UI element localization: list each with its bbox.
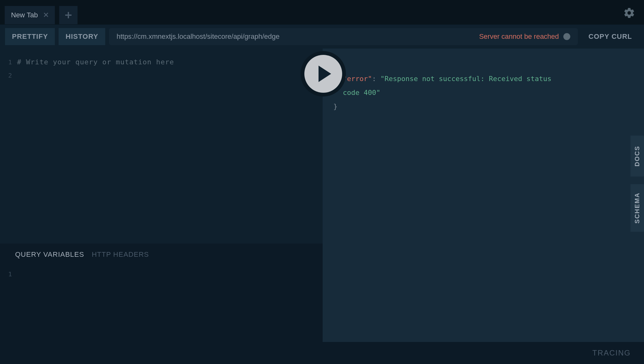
endpoint-input[interactable]: [117, 32, 479, 41]
response-colon: :: [372, 75, 381, 83]
left-pane: 1 2 # Write your query or mutation here …: [0, 49, 323, 342]
tab-http-headers[interactable]: HTTP HEADERS: [92, 250, 149, 259]
prettify-button[interactable]: PRETTIFY: [5, 28, 55, 45]
response-pane: { "error": "Response not successful: Rec…: [323, 49, 644, 342]
query-gutter: 1 2: [0, 56, 17, 244]
main-area: 1 2 # Write your query or mutation here …: [0, 49, 644, 342]
variables-panel: QUERY VARIABLES HTTP HEADERS 1: [0, 244, 323, 342]
docs-tab[interactable]: DOCS: [630, 136, 644, 177]
add-tab-button[interactable]: [59, 6, 78, 24]
bottom-bar: TRACING: [0, 342, 644, 364]
side-tabs: DOCS SCHEMA: [630, 136, 644, 232]
variables-tabs: QUERY VARIABLES HTTP HEADERS: [0, 250, 323, 264]
schema-tab[interactable]: SCHEMA: [630, 184, 644, 232]
tab-label: New Tab: [11, 11, 38, 19]
query-code[interactable]: # Write your query or mutation here: [17, 56, 323, 244]
tracing-toggle[interactable]: TRACING: [592, 349, 631, 357]
execute-button[interactable]: [304, 55, 342, 93]
line-number: 2: [0, 69, 12, 82]
line-number: 1: [0, 56, 12, 69]
server-status-text: Server cannot be reached: [479, 32, 559, 41]
response-brace: }: [333, 103, 337, 110]
variables-gutter: 1: [0, 267, 17, 281]
history-button[interactable]: HISTORY: [59, 28, 105, 45]
copy-curl-button[interactable]: COPY CURL: [582, 28, 639, 45]
play-icon: [319, 66, 331, 82]
variables-editor[interactable]: 1: [0, 264, 323, 281]
response-key: "error": [343, 75, 372, 83]
server-status-dot-icon: [563, 33, 570, 40]
tab-bar: New Tab: [0, 0, 644, 25]
gear-icon[interactable]: [623, 7, 635, 19]
line-number: 1: [0, 267, 12, 281]
query-editor[interactable]: 1 2 # Write your query or mutation here: [0, 49, 323, 244]
tab-query-variables[interactable]: QUERY VARIABLES: [15, 250, 84, 259]
tab-active[interactable]: New Tab: [5, 6, 55, 24]
query-placeholder-comment: # Write your query or mutation here: [17, 56, 323, 69]
close-icon[interactable]: [43, 11, 49, 19]
toolbar: PRETTIFY HISTORY Server cannot be reache…: [0, 25, 644, 49]
url-bar: Server cannot be reached: [109, 28, 578, 45]
